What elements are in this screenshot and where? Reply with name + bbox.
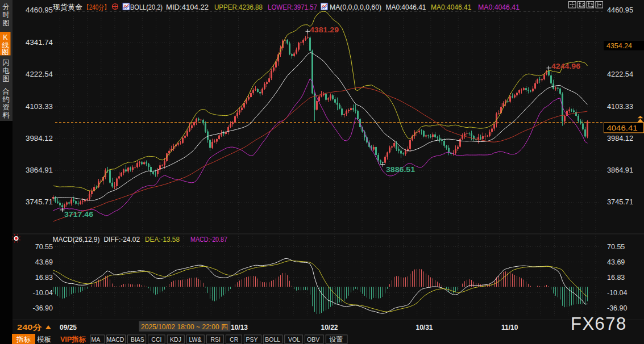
svg-text:11/10: 11/10 (501, 324, 518, 332)
svg-text:2025/10/02 18:00 ~ 22:00 四: 2025/10/02 18:00 ~ 22:00 四 (141, 323, 228, 331)
svg-text:图: 图 (2, 48, 9, 56)
svg-text:MA0:4046.41: MA0:4046.41 (431, 3, 472, 11)
svg-text:3886.51: 3886.51 (386, 166, 415, 174)
svg-text:10/13: 10/13 (231, 324, 248, 332)
svg-text:【240分】: 【240分】 (84, 3, 110, 11)
svg-text:图: 图 (2, 75, 10, 83)
svg-text:料: 料 (2, 111, 10, 119)
svg-text:-36.90: -36.90 (607, 304, 627, 312)
svg-text:资: 资 (2, 103, 10, 111)
svg-text:4103.33: 4103.33 (26, 103, 53, 111)
svg-text:MACD:-20.87: MACD:-20.87 (190, 235, 227, 244)
svg-text:电: 电 (2, 67, 10, 75)
svg-text:KDJ: KDJ (170, 336, 181, 343)
svg-text:43.69: 43.69 (607, 258, 625, 266)
svg-text:3864.91: 3864.91 (26, 166, 53, 174)
svg-text:-10.04: -10.04 (33, 289, 53, 297)
svg-text:FX678: FX678 (571, 314, 627, 334)
svg-text:分: 分 (2, 3, 10, 11)
svg-text:4460.95: 4460.95 (26, 6, 53, 14)
svg-text:4381.29: 4381.29 (310, 26, 339, 34)
svg-text:4103.33: 4103.33 (607, 103, 633, 111)
svg-text:MACD(26,12,9): MACD(26,12,9) (53, 235, 100, 244)
svg-text:4222.54: 4222.54 (607, 70, 633, 78)
svg-text:MACD: MACD (107, 336, 124, 343)
svg-text:CR: CR (230, 336, 239, 343)
svg-text:PSY: PSY (246, 336, 257, 343)
svg-text:UPPER:4236.88: UPPER:4236.88 (214, 3, 263, 11)
svg-text:3745.71: 3745.71 (607, 198, 633, 206)
svg-text:4222.54: 4222.54 (26, 70, 53, 78)
svg-text:BIAS: BIAS (131, 336, 144, 343)
svg-text:合: 合 (2, 87, 10, 95)
svg-text:43.69: 43.69 (35, 258, 53, 266)
svg-text:MID:4104.22: MID:4104.22 (166, 3, 209, 11)
svg-text:DIFF:-24.02: DIFF:-24.02 (104, 235, 140, 244)
svg-text:时: 时 (2, 11, 10, 19)
svg-text:3745.71: 3745.71 (26, 198, 53, 206)
svg-text:4460.95: 4460.95 (607, 6, 633, 14)
svg-text:VIP指标: VIP指标 (60, 335, 86, 343)
svg-text:3864.91: 3864.91 (607, 166, 633, 174)
svg-text:VOL: VOL (288, 336, 300, 343)
svg-text:10/22: 10/22 (321, 324, 338, 332)
svg-text:4244.96: 4244.96 (551, 62, 580, 70)
svg-text:BOLL: BOLL (265, 336, 280, 343)
svg-text:CCI: CCI (151, 336, 161, 343)
svg-text:70.55: 70.55 (35, 243, 53, 251)
svg-text:模板: 模板 (37, 335, 52, 343)
svg-text:MA(0,0,0,0,0,60): MA(0,0,0,0,0,60) (330, 3, 381, 11)
svg-text:3984.12: 3984.12 (26, 135, 53, 142)
svg-text:4046.41: 4046.41 (607, 124, 638, 132)
svg-text:16.83: 16.83 (607, 274, 625, 282)
svg-text:LW&: LW& (189, 336, 202, 343)
svg-text:现货黄金: 现货黄金 (52, 3, 82, 11)
svg-text:图: 图 (2, 19, 10, 27)
svg-text:MA: MA (92, 336, 101, 343)
svg-text:-10.04: -10.04 (607, 289, 627, 297)
svg-text:09/25: 09/25 (60, 324, 77, 332)
svg-text:70.55: 70.55 (607, 243, 625, 251)
svg-text:10/31: 10/31 (416, 324, 433, 332)
svg-text:4354.24: 4354.24 (606, 42, 632, 50)
svg-text:闪: 闪 (2, 58, 10, 66)
svg-text:RSI: RSI (210, 336, 221, 343)
svg-text:指标: 指标 (16, 335, 31, 343)
svg-text:DEA:-13.58: DEA:-13.58 (145, 235, 180, 244)
svg-text:K: K (3, 33, 8, 41)
svg-text:BOLL(20,2): BOLL(20,2) (130, 3, 163, 11)
svg-text:16.83: 16.83 (35, 274, 53, 282)
svg-text:3717.46: 3717.46 (64, 211, 93, 219)
svg-text:-36.90: -36.90 (33, 304, 53, 312)
svg-text:4341.74: 4341.74 (26, 39, 53, 47)
svg-text:240分: 240分 (17, 324, 43, 332)
svg-text:设置: 设置 (329, 335, 343, 343)
svg-text:OBV: OBV (307, 336, 319, 343)
svg-text:约: 约 (2, 95, 10, 103)
svg-text:LOWER:3971.57: LOWER:3971.57 (268, 3, 317, 11)
svg-text:MA0:4046.41: MA0:4046.41 (478, 3, 520, 11)
svg-text:MA0:4046.41: MA0:4046.41 (386, 3, 426, 11)
svg-text:3984.12: 3984.12 (607, 135, 633, 142)
